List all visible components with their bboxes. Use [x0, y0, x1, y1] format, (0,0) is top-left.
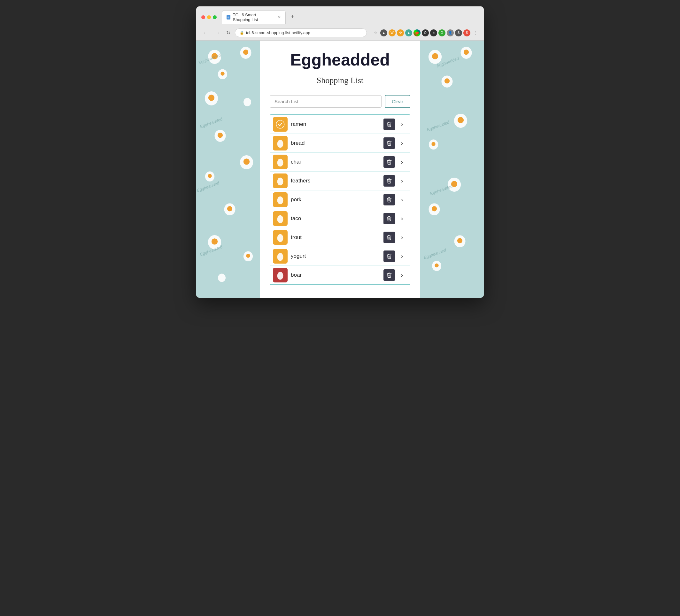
traffic-lights: [201, 15, 217, 19]
chevron-button-7[interactable]: ›: [396, 251, 408, 262]
egg-decor-r7: [426, 200, 442, 216]
list-item[interactable]: boar ›: [270, 266, 410, 284]
list-item[interactable]: yogurt ›: [270, 247, 410, 266]
egg-decor-6: [212, 127, 228, 143]
ext-icon-4[interactable]: ▲: [405, 29, 412, 36]
delete-button-0[interactable]: [384, 119, 395, 130]
item-name-8: boar: [291, 272, 384, 278]
svg-point-7: [208, 94, 215, 100]
list-item[interactable]: feathers ›: [270, 172, 410, 190]
delete-button-3[interactable]: [384, 175, 395, 186]
egg-decor-8: [203, 168, 217, 183]
tab-title: TCL 6 Smart Shopping List: [233, 12, 274, 22]
active-tab[interactable]: ⚛ TCL 6 Smart Shopping List ✕: [222, 10, 286, 24]
svg-point-66: [434, 263, 438, 267]
tab-close-icon[interactable]: ✕: [278, 15, 281, 20]
lock-icon: 🔒: [240, 31, 244, 35]
svg-point-34: [277, 197, 283, 204]
svg-point-18: [211, 238, 218, 244]
ext-icon-8[interactable]: G: [438, 29, 446, 36]
close-button[interactable]: [201, 15, 205, 19]
star-icon[interactable]: ☆: [372, 29, 379, 36]
list-item[interactable]: pork ›: [270, 190, 410, 209]
ext-icon-7[interactable]: ⚛: [430, 29, 437, 36]
url-text: tcl-6-smart-shopping-list.netlify.app: [246, 30, 310, 35]
chevron-button-6[interactable]: ›: [396, 232, 408, 243]
svg-point-25: [277, 140, 283, 148]
item-icon-2: [273, 155, 288, 169]
ext-icon-10[interactable]: S: [455, 29, 462, 36]
maximize-button[interactable]: [213, 15, 217, 19]
ext-icon-2[interactable]: W: [389, 29, 396, 36]
delete-button-2[interactable]: [384, 156, 395, 168]
left-decoration: Eggheadded Eggheadded Eggheadded Egghead…: [196, 40, 260, 298]
svg-point-50: [432, 53, 438, 59]
item-name-0: ramen: [291, 121, 384, 127]
svg-point-20: [246, 254, 250, 258]
svg-point-21: [218, 274, 226, 282]
chevron-button-2[interactable]: ›: [396, 156, 408, 168]
delete-button-5[interactable]: [384, 213, 395, 224]
delete-button-4[interactable]: [384, 194, 395, 205]
item-name-4: pork: [291, 197, 384, 203]
delete-button-1[interactable]: [384, 137, 395, 149]
ext-icon-11[interactable]: S: [463, 29, 471, 36]
list-item[interactable]: chai ›: [270, 153, 410, 172]
item-icon-4: [273, 192, 288, 207]
svg-point-52: [464, 50, 469, 55]
chevron-button-8[interactable]: ›: [396, 269, 408, 281]
tab-bar: ⚛ TCL 6 Smart Shopping List ✕ +: [222, 10, 479, 24]
item-icon-5: [273, 211, 288, 226]
chevron-button-0[interactable]: ›: [396, 119, 408, 130]
svg-point-64: [457, 238, 462, 243]
item-name-7: yogurt: [291, 253, 384, 259]
svg-point-22: [276, 120, 284, 128]
chevron-button-4[interactable]: ›: [396, 194, 408, 205]
item-icon-3: [273, 174, 288, 188]
list-item[interactable]: trout ›: [270, 228, 410, 247]
svg-point-37: [277, 215, 283, 223]
chevron-button-1[interactable]: ›: [396, 137, 408, 149]
svg-point-16: [227, 206, 232, 211]
list-item[interactable]: taco ›: [270, 209, 410, 228]
svg-point-3: [243, 50, 248, 55]
shopping-list: ramen › bread ›: [270, 114, 410, 285]
delete-button-7[interactable]: [384, 251, 395, 262]
list-item[interactable]: ramen ›: [270, 115, 410, 134]
new-tab-button[interactable]: +: [288, 14, 297, 21]
tab-favicon: ⚛: [227, 15, 230, 20]
svg-point-62: [432, 206, 437, 211]
egg-decor-2: [238, 44, 254, 60]
svg-point-46: [277, 272, 283, 280]
ext-icon-9[interactable]: 👤: [447, 29, 454, 36]
delete-button-6[interactable]: [384, 232, 395, 243]
url-bar[interactable]: 🔒 tcl-6-smart-shopping-list.netlify.app: [235, 28, 367, 37]
reload-button[interactable]: ↻: [224, 28, 232, 37]
ext-icon-3[interactable]: ⚙: [397, 29, 404, 36]
list-item[interactable]: bread ›: [270, 134, 410, 153]
address-bar: ← → ↻ 🔒 tcl-6-smart-shopping-list.netlif…: [196, 27, 484, 40]
item-icon-7: [273, 249, 288, 264]
search-input[interactable]: [270, 95, 381, 108]
egg-decor-3: [216, 66, 230, 81]
forward-button[interactable]: →: [213, 29, 222, 37]
svg-point-54: [445, 78, 450, 83]
more-button[interactable]: ⋮: [472, 29, 479, 36]
egg-decor-11: [241, 248, 255, 263]
back-button[interactable]: ←: [201, 29, 210, 37]
browser-chrome: ⚛ TCL 6 Smart Shopping List ✕ + ← → ↻ 🔒 …: [196, 6, 484, 40]
chevron-button-3[interactable]: ›: [396, 175, 408, 186]
item-name-5: taco: [291, 215, 384, 222]
page-content: Eggheadded Eggheadded Eggheadded Egghead…: [196, 40, 484, 298]
right-decoration: Eggheadded Eggheadded Eggheadded Egghead…: [420, 40, 484, 298]
minimize-button[interactable]: [207, 15, 211, 19]
ext-icon-1[interactable]: ▲: [380, 29, 387, 36]
egg-decor-r9: [429, 258, 444, 272]
chevron-button-5[interactable]: ›: [396, 213, 408, 224]
delete-button-8[interactable]: [384, 269, 395, 281]
egg-decor-r4: [452, 111, 470, 128]
egg-decor-r2: [458, 44, 474, 60]
ext-icon-6[interactable]: O: [422, 29, 429, 36]
ext-icon-5[interactable]: 🍎: [414, 29, 421, 36]
clear-button[interactable]: Clear: [385, 95, 410, 108]
